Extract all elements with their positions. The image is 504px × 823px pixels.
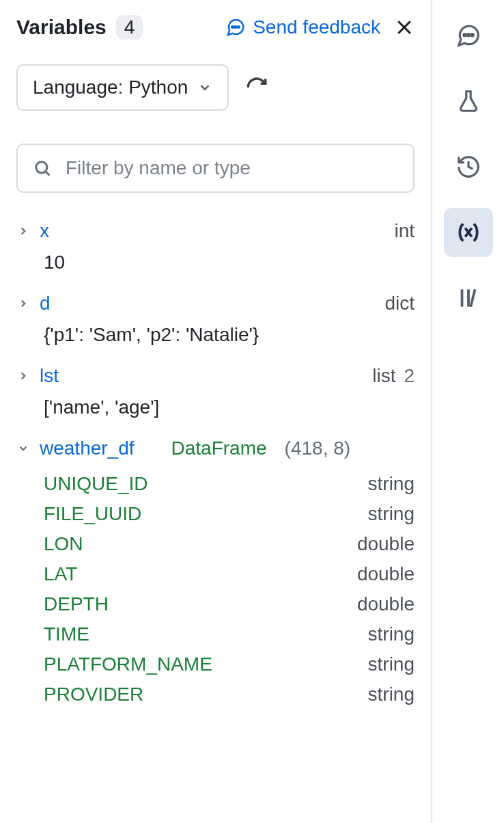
history-icon: [456, 154, 481, 180]
send-feedback-link[interactable]: Send feedback: [225, 16, 380, 38]
variables-panel: Variables 4 Send feedback Language: Pyth…: [0, 0, 432, 823]
rail-history-button[interactable]: [444, 142, 493, 191]
close-icon: [394, 17, 415, 38]
column-type: string: [368, 653, 415, 675]
variable-name: x: [40, 220, 49, 242]
svg-point-8: [467, 34, 469, 36]
panel-title: Variables: [16, 16, 107, 39]
svg-point-7: [463, 34, 465, 36]
variable-name: d: [40, 293, 51, 314]
column-type: double: [357, 593, 415, 615]
variable-type: dict: [384, 293, 415, 314]
svg-line-14: [471, 289, 475, 306]
column-type: string: [368, 503, 415, 525]
dataframe-column-row: TIME string: [44, 619, 415, 649]
variables-list: x int 10 d dict {'p1': 'Sam', 'p2': 'Nat…: [16, 220, 415, 710]
flask-icon: [456, 88, 481, 114]
filter-input[interactable]: [66, 157, 398, 179]
rail-variables-button[interactable]: [444, 208, 493, 257]
chevron-right-icon: [16, 297, 30, 310]
dataframe-column-row: PROVIDER string: [44, 679, 415, 710]
comment-icon: [225, 17, 246, 38]
side-rail: [432, 0, 504, 823]
svg-point-2: [238, 26, 240, 28]
variable-value: ['name', 'age']: [44, 396, 415, 418]
variable-item[interactable]: lst list 2 ['name', 'age']: [16, 365, 415, 418]
dataframe-column-row: UNIQUE_ID string: [44, 469, 415, 499]
dataframe-column-row: LON double: [44, 529, 415, 559]
column-type: double: [357, 533, 415, 555]
search-icon: [33, 159, 52, 178]
dataframe-shape: (418, 8): [285, 437, 351, 459]
variable-item[interactable]: d dict {'p1': 'Sam', 'p2': 'Natalie'}: [16, 293, 415, 346]
column-name: LON: [44, 533, 83, 555]
variables-icon: [456, 219, 481, 245]
svg-point-9: [471, 34, 473, 36]
column-name: PLATFORM_NAME: [44, 653, 212, 675]
column-name: TIME: [44, 623, 89, 645]
column-name: PROVIDER: [44, 684, 143, 705]
column-type: double: [357, 563, 415, 585]
variable-count-badge: 4: [116, 15, 143, 40]
panel-header: Variables 4 Send feedback: [16, 15, 415, 40]
variable-type: list: [372, 365, 395, 387]
svg-line-6: [46, 172, 50, 176]
chevron-right-icon: [16, 370, 30, 382]
columns-icon: [456, 285, 481, 311]
variable-item[interactable]: x int 10: [16, 220, 415, 273]
chevron-down-icon: [197, 80, 212, 95]
refresh-icon: [245, 76, 268, 99]
column-name: FILE_UUID: [44, 503, 141, 525]
variable-type: DataFrame: [171, 437, 267, 459]
language-selector-label: Language: Python: [33, 77, 188, 98]
column-type: string: [368, 623, 415, 645]
chevron-down-icon: [16, 442, 30, 455]
rail-columns-button[interactable]: [444, 273, 493, 323]
variable-name: weather_df: [40, 437, 135, 459]
variable-value: {'p1': 'Sam', 'p2': 'Natalie'}: [44, 324, 415, 346]
variable-type: int: [394, 220, 415, 242]
close-button[interactable]: [394, 17, 415, 38]
variable-value: 10: [44, 252, 415, 273]
column-name: UNIQUE_ID: [44, 473, 148, 495]
svg-point-0: [232, 26, 234, 28]
refresh-button[interactable]: [245, 76, 268, 99]
rail-experiments-button[interactable]: [444, 77, 493, 126]
column-name: DEPTH: [44, 593, 109, 615]
svg-point-5: [36, 162, 47, 173]
variable-item-dataframe[interactable]: weather_df DataFrame (418, 8) UNIQUE_ID …: [16, 437, 415, 710]
language-selector[interactable]: Language: Python: [16, 64, 229, 111]
rail-comments-button[interactable]: [444, 11, 493, 60]
filter-input-container[interactable]: [16, 144, 415, 193]
dataframe-column-row: PLATFORM_NAME string: [44, 649, 415, 679]
dataframe-column-row: DEPTH double: [44, 589, 415, 619]
column-type: string: [368, 473, 415, 495]
dataframe-column-row: FILE_UUID string: [44, 499, 415, 529]
column-name: LAT: [44, 563, 77, 585]
column-type: string: [368, 684, 415, 705]
comment-icon: [456, 23, 481, 49]
variable-name: lst: [40, 365, 59, 387]
dataframe-columns: UNIQUE_ID string FILE_UUID string LON do…: [44, 469, 415, 710]
chevron-right-icon: [16, 225, 30, 237]
dataframe-column-row: LAT double: [44, 559, 415, 589]
variable-length: 2: [404, 365, 415, 387]
svg-point-1: [235, 26, 237, 28]
controls-row: Language: Python: [16, 64, 415, 111]
send-feedback-label: Send feedback: [253, 16, 380, 38]
